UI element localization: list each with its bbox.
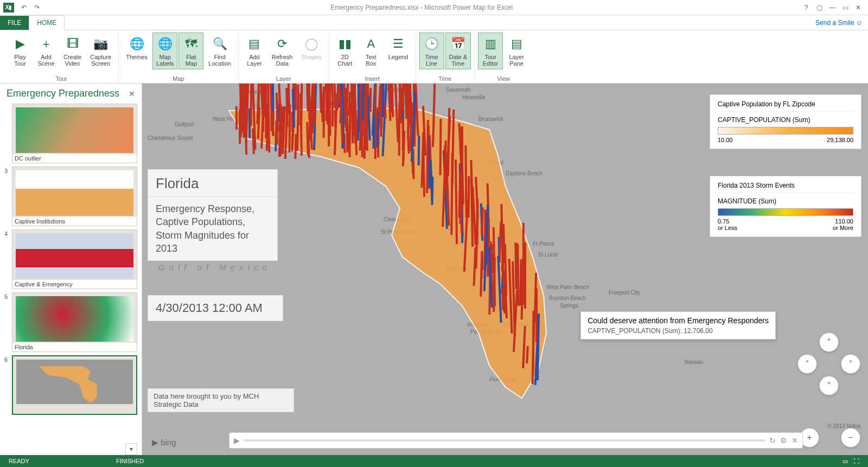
tooltip-headline: Could deserve attention from Emergency R… (588, 316, 769, 325)
ribbon: ▶Play Tour ＋Add Scene 🎞Create Video 📷Cap… (0, 30, 868, 84)
sidebar-close-icon[interactable]: ✕ (129, 89, 135, 98)
find-location-button[interactable]: 🔍Find Location (205, 33, 235, 69)
ribbon-tabs: FILE HOME Send a Smile ☺ (0, 15, 868, 30)
group-tour: ▶Play Tour ＋Add Scene 🎞Create Video 📷Cap… (4, 33, 119, 83)
group-view: ▥Tour Editor ▤Layer Pane View (475, 33, 532, 83)
source-card[interactable]: Data here brought to you by MCH Strategi… (148, 388, 294, 412)
2d-chart-button[interactable]: ▮▮2D Chart (333, 33, 358, 69)
play-icon: ▶ (11, 35, 29, 53)
map-copyright: © 2013 Nokia (827, 423, 860, 429)
layer-pane-button[interactable]: ▤Layer Pane (504, 33, 529, 69)
title-card[interactable]: Florida (148, 169, 278, 198)
flat-map-icon: 🗺 (182, 35, 200, 53)
clock-icon: 🕒 (423, 35, 441, 53)
date-time-button[interactable]: 📅Date & Time (445, 33, 471, 69)
loop-icon[interactable]: ↻ (769, 436, 776, 445)
legend-button[interactable]: ☰Legend (385, 33, 412, 63)
group-layer: ▤Add Layer ⟳Refresh Data ◯Shapes Layer (239, 33, 329, 83)
tour-title: Emergency Preparedness (7, 88, 129, 99)
plus-icon: ＋ (37, 35, 55, 53)
place-label: Nassau (685, 359, 703, 365)
timeline-track[interactable] (244, 439, 765, 442)
time-line-button[interactable]: 🕒Time Line (419, 33, 444, 69)
tour-editor-button[interactable]: ▥Tour Editor (478, 33, 503, 69)
calendar-icon: 📅 (449, 35, 467, 53)
map-nav-pad: ˄ ˅ ˂ ˃ (797, 332, 860, 395)
shapes-icon: ◯ (303, 35, 320, 53)
close-player-icon[interactable]: ✕ (792, 436, 798, 445)
scene-item-selected[interactable]: 6 (4, 355, 137, 415)
shapes-button: ◯Shapes (297, 33, 325, 63)
close-icon[interactable]: ✕ (853, 2, 864, 13)
redo-icon[interactable]: ↷ (31, 2, 42, 13)
flat-map-button[interactable]: 🗺Flat Map (178, 33, 203, 69)
map-labels-button[interactable]: 🌐Map Labels (152, 33, 177, 69)
nav-up-button[interactable]: ˄ (819, 332, 839, 352)
pane-icon: ▤ (508, 35, 525, 53)
main-area: Emergency Preparedness ✕ DC outlier 3Cap… (0, 84, 868, 455)
refresh-icon: ⟳ (273, 35, 291, 53)
zoom-out-button[interactable]: − (841, 428, 860, 447)
gradient-rainbow (718, 208, 853, 216)
tab-home[interactable]: HOME (29, 15, 65, 30)
play-tour-button[interactable]: ▶Play Tour (8, 33, 33, 69)
bing-logo: ▶ bing (152, 438, 176, 447)
map-canvas[interactable]: Gulfport Montgomery Dothan Albany Valdos… (142, 84, 868, 455)
editor-icon: ▥ (482, 35, 499, 53)
legend-icon: ☰ (390, 35, 407, 53)
add-scene-button[interactable]: ＋Add Scene (34, 33, 59, 69)
scene-item[interactable]: 3Captive Institutions (4, 167, 137, 226)
subtitle-card[interactable]: Emergency Response, Captive Populations,… (148, 196, 278, 261)
settings-icon[interactable]: ⚙ (780, 436, 787, 445)
excel-icon: X▮ (3, 3, 14, 12)
gradient-orange (718, 127, 853, 135)
time-card[interactable]: 4/30/2013 12:00 AM (148, 295, 283, 321)
search-globe-icon: 🔍 (211, 35, 228, 53)
scene-item[interactable]: 4Captive & Emergency (4, 229, 137, 289)
group-time: 🕒Time Line 📅Date & Time Time (416, 33, 475, 83)
title-bar: X▮ ↶ ↷ Emergency Preparedness.xlsx - Mic… (0, 0, 868, 15)
tour-editor-sidebar: Emergency Preparedness ✕ DC outlier 3Cap… (0, 84, 142, 455)
camera-icon: 📷 (92, 35, 110, 53)
text-box-button[interactable]: AText Box (359, 33, 384, 69)
legend-captive-population[interactable]: Captive Population by FL Zipcode CAPTIVE… (710, 94, 861, 149)
view-mode-icon[interactable]: ▭ (843, 458, 848, 465)
nav-left-button[interactable]: ˂ (797, 354, 817, 374)
textbox-icon: A (362, 35, 380, 53)
film-icon: 🎞 (64, 35, 81, 53)
nav-down-button[interactable]: ˅ (819, 376, 839, 395)
status-finished: FINISHED (116, 458, 144, 464)
scene-item[interactable]: 5Florida (4, 292, 137, 352)
fullscreen-icon[interactable]: ⛶ (853, 458, 859, 465)
group-map: 🌐Themes 🌐Map Labels 🗺Flat Map 🔍Find Loca… (119, 33, 239, 83)
data-tooltip: Could deserve attention from Emergency R… (580, 311, 776, 340)
add-scene-small-button[interactable]: ▾ (125, 443, 137, 455)
timeline-player[interactable]: ▶ ↻ ⚙ ✕ (229, 432, 803, 449)
help-icon[interactable]: ? (801, 2, 812, 13)
refresh-data-button[interactable]: ⟳Refresh Data (268, 33, 297, 69)
send-a-smile-link[interactable]: Send a Smile ☺ (810, 16, 868, 30)
themes-button[interactable]: 🌐Themes (122, 33, 151, 63)
scene-item[interactable]: DC outlier (4, 104, 137, 163)
label-globe-icon: 🌐 (156, 35, 174, 53)
capture-screen-button[interactable]: 📷Capture Screen (86, 33, 115, 69)
ribbon-options-icon[interactable]: ▢ (814, 2, 825, 13)
undo-icon[interactable]: ↶ (18, 2, 29, 13)
chart-icon: ▮▮ (336, 35, 354, 53)
layers-add-icon: ▤ (246, 35, 263, 53)
status-ready: READY (9, 458, 29, 464)
nav-right-button[interactable]: ˃ (841, 354, 860, 374)
status-bar: READY FINISHED ▭ ⛶ (0, 455, 868, 467)
tooltip-detail: CAPTIVE_POPULATION (Sum): 12,706.00 (588, 327, 769, 335)
create-video-button[interactable]: 🎞Create Video (60, 33, 85, 69)
tab-file[interactable]: FILE (0, 16, 29, 30)
add-layer-button[interactable]: ▤Add Layer (242, 33, 267, 69)
document-title: Emergency Preparedness.xlsx - Microsoft … (43, 4, 800, 11)
maximize-icon[interactable]: ▭ (840, 2, 851, 13)
group-insert: ▮▮2D Chart AText Box ☰Legend Insert (329, 33, 416, 83)
scene-list[interactable]: DC outlier 3Captive Institutions 4Captiv… (0, 104, 142, 443)
map-zoom: + − (800, 428, 860, 447)
legend-storm-events[interactable]: Florida 2013 Storm Events MAGNITUDE (Sum… (710, 176, 861, 237)
play-icon[interactable]: ▶ (234, 436, 240, 445)
minimize-icon[interactable]: — (827, 2, 838, 13)
